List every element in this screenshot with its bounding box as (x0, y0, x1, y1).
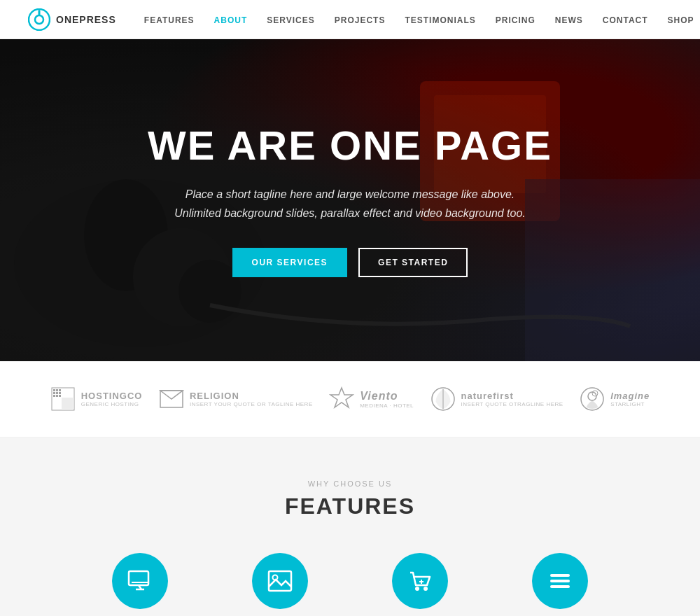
feature-responsive: Responsive Design (91, 553, 189, 616)
svg-point-35 (415, 587, 419, 591)
religion-sub: INSERT YOUR QUOTE OR TAGLINE HERE (190, 401, 313, 407)
content-blocks-icon-circle (532, 553, 588, 609)
our-services-button[interactable]: OUR SERVICES (232, 248, 347, 277)
svg-marker-23 (330, 388, 353, 407)
get-started-button[interactable]: GET STARTED (358, 248, 468, 277)
logo-religion: RELIGION INSERT YOUR QUOTE OR TAGLINE HE… (159, 386, 313, 412)
features-section: WHY CHOOSE US FEATURES Responsive Design (0, 438, 700, 616)
svg-rect-2 (38, 10, 41, 15)
svg-rect-12 (56, 389, 58, 391)
logo-icon (28, 8, 50, 31)
logos-strip: HOSTINGCO GENERIC HOSTING RELIGION INSER… (0, 361, 700, 438)
imagine-icon (580, 386, 605, 412)
svg-rect-15 (56, 392, 58, 394)
svg-rect-41 (550, 585, 570, 588)
nav-item-testimonials[interactable]: TESTIMONIALS (405, 15, 475, 25)
naturefirst-icon (430, 386, 456, 412)
responsive-icon-circle (112, 553, 168, 609)
logo-text: ONEPRESS (56, 14, 116, 25)
logo-hostingco: HOSTINGCO GENERIC HOSTING (50, 386, 143, 412)
viento-sub: MEDIENA · HOTEL (360, 402, 414, 409)
hero-content: WE ARE ONE PAGE Place a short tagline he… (120, 123, 580, 277)
hero-buttons: OUR SERVICES GET STARTED (148, 248, 552, 277)
naturefirst-sub: INSERT QUOTE OTRAGLINE HERE (461, 401, 564, 407)
hero-section: WE ARE ONE PAGE Place a short tagline he… (0, 39, 700, 361)
nav-item-about[interactable]: ABOUT (214, 15, 248, 25)
logo-imagine: Imagine STARLIGHT (580, 386, 650, 412)
feature-woocommerce: WooCommerce (371, 553, 469, 616)
nav-item-services[interactable]: SERVICES (267, 15, 314, 25)
image-icon (266, 567, 294, 595)
svg-rect-20 (62, 398, 73, 409)
svg-rect-40 (550, 580, 570, 582)
feature-parallax: Parallax Effect (231, 553, 329, 616)
svg-rect-17 (53, 395, 55, 397)
svg-rect-16 (59, 392, 61, 394)
svg-rect-39 (550, 574, 570, 577)
hero-subtitle-line2: Unlimited background slides, parallax ef… (174, 207, 526, 219)
imagine-name: Imagine (610, 391, 650, 402)
nav-item-news[interactable]: NEWS (555, 15, 583, 25)
woocommerce-icon-circle (392, 553, 448, 609)
religion-icon (159, 386, 184, 412)
logo[interactable]: ONEPRESS (28, 8, 116, 31)
cart-icon (406, 567, 434, 595)
svg-rect-14 (53, 392, 55, 394)
features-label: WHY CHOOSE US (28, 479, 672, 488)
svg-point-1 (35, 15, 43, 24)
viento-icon (329, 386, 354, 412)
hostingco-sub: GENERIC HOSTING (81, 401, 143, 407)
svg-rect-11 (53, 389, 55, 391)
hero-title: WE ARE ONE PAGE (148, 123, 552, 168)
svg-rect-33 (269, 571, 291, 591)
header: ONEPRESS FEATURESABOUTSERVICESPROJECTSTE… (0, 0, 700, 39)
logo-viento: Viento MEDIENA · HOTEL (329, 386, 414, 412)
hero-subtitle: Place a short tagline here and large wel… (148, 185, 552, 223)
viento-name: Viento (360, 389, 414, 402)
main-nav: FEATURESABOUTSERVICESPROJECTSTESTIMONIAL… (144, 13, 694, 26)
hostingco-name: HOSTINGCO (81, 391, 143, 402)
feature-content-blocks: Content Blocks (511, 553, 609, 616)
parallax-icon-circle (252, 553, 308, 609)
monitor-icon (126, 567, 154, 595)
features-title: FEATURES (28, 493, 672, 519)
nav-item-pricing[interactable]: PRICING (496, 15, 536, 25)
hostingco-icon (50, 386, 76, 412)
nav-item-features[interactable]: FEATURES (144, 15, 195, 25)
nav-item-projects[interactable]: PROJECTS (335, 15, 386, 25)
svg-rect-13 (59, 389, 61, 391)
naturefirst-name: naturefirst (461, 391, 564, 402)
logo-naturefirst: naturefirst INSERT QUOTE OTRAGLINE HERE (430, 386, 564, 412)
svg-marker-22 (160, 391, 183, 399)
nav-item-contact[interactable]: CONTACT (603, 15, 648, 25)
features-grid: Responsive Design Parallax Effect (28, 553, 672, 616)
religion-name: RELIGION (190, 391, 313, 402)
svg-point-36 (424, 587, 428, 591)
svg-rect-18 (56, 395, 58, 397)
hero-subtitle-line1: Place a short tagline here and large wel… (186, 188, 515, 200)
imagine-sub: STARLIGHT (610, 401, 650, 407)
nav-item-shop[interactable]: SHOP (668, 15, 694, 25)
svg-rect-19 (59, 395, 61, 397)
menu-icon (546, 567, 574, 595)
